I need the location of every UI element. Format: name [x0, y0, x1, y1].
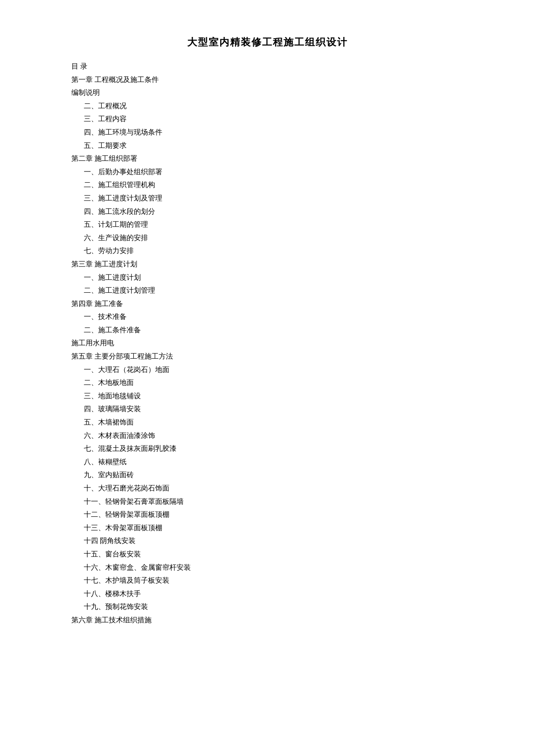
toc-line-17: 二、施工进度计划管理	[71, 284, 464, 297]
toc-line-14: 七、劳动力安排	[71, 244, 464, 257]
toc-line-42: 第六章 施工技术组织措施	[71, 613, 464, 627]
toc-line-2: 编制说明	[71, 86, 464, 99]
toc-line-8: 一、后勤办事处组织部署	[71, 165, 464, 179]
table-of-contents: 目 录第一章 工程概况及施工条件编制说明二、工程概况三、工程内容四、施工环境与现…	[71, 60, 464, 627]
toc-line-31: 九、室内贴面砖	[71, 468, 464, 482]
toc-line-39: 十七、木护墙及筒子板安装	[71, 574, 464, 587]
toc-line-15: 第三章 施工进度计划	[71, 257, 464, 271]
toc-line-24: 二、木地板地面	[71, 376, 464, 389]
toc-line-18: 第四章 施工准备	[71, 297, 464, 311]
toc-line-3: 二、工程概况	[71, 99, 464, 113]
toc-line-26: 四、玻璃隔墙安装	[71, 402, 464, 416]
page-title: 大型室内精装修工程施工组织设计	[71, 36, 464, 49]
toc-line-5: 四、施工环境与现场条件	[71, 126, 464, 139]
toc-line-20: 二、施工条件准备	[71, 323, 464, 337]
toc-line-22: 第五章 主要分部项工程施工方法	[71, 350, 464, 363]
toc-line-19: 一、技术准备	[71, 310, 464, 323]
toc-line-12: 五、计划工期的管理	[71, 218, 464, 231]
toc-line-10: 三、施工进度计划及管理	[71, 192, 464, 205]
toc-line-16: 一、施工进度计划	[71, 271, 464, 284]
toc-line-38: 十六、木窗帘盒、金属窗帘杆安装	[71, 561, 464, 574]
toc-line-40: 十八、楼梯木扶手	[71, 587, 464, 601]
toc-line-4: 三、工程内容	[71, 112, 464, 126]
toc-line-29: 七、混凝土及抹灰面刷乳胶漆	[71, 442, 464, 455]
toc-line-0: 目 录	[71, 60, 464, 73]
toc-line-41: 十九、预制花饰安装	[71, 600, 464, 613]
toc-line-33: 十一、轻钢骨架石膏罩面板隔墙	[71, 495, 464, 508]
toc-line-28: 六、木材表面油漆涂饰	[71, 429, 464, 442]
toc-line-37: 十五、窗台板安装	[71, 548, 464, 561]
toc-line-25: 三、地面地毯铺设	[71, 389, 464, 403]
toc-line-1: 第一章 工程概况及施工条件	[71, 73, 464, 86]
toc-line-32: 十、大理石磨光花岗石饰面	[71, 482, 464, 495]
toc-line-13: 六、生产设施的安排	[71, 231, 464, 245]
toc-line-27: 五、木墙裙饰面	[71, 416, 464, 429]
toc-line-34: 十二、轻钢骨架罩面板顶棚	[71, 508, 464, 521]
toc-line-23: 一、大理石（花岗石）地面	[71, 363, 464, 376]
toc-line-21: 施工用水用电	[71, 336, 464, 350]
toc-line-30: 八、裱糊壁纸	[71, 455, 464, 469]
toc-line-36: 十四 阴角线安装	[71, 534, 464, 548]
document-page: 大型室内精装修工程施工组织设计 目 录第一章 工程概况及施工条件编制说明二、工程…	[0, 0, 535, 756]
toc-line-9: 二、施工组织管理机构	[71, 178, 464, 192]
toc-line-35: 十三、木骨架罩面板顶棚	[71, 521, 464, 535]
toc-line-7: 第二章 施工组织部署	[71, 152, 464, 165]
toc-line-11: 四、施工流水段的划分	[71, 205, 464, 218]
toc-line-6: 五、工期要求	[71, 139, 464, 152]
